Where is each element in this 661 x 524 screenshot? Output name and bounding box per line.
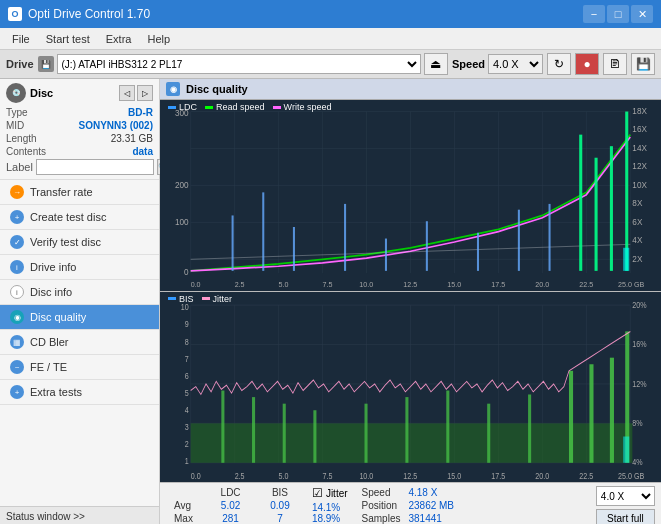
maximize-button[interactable]: □ <box>607 5 629 23</box>
jitter-section: ☑ Jitter 14.1% 18.9% <box>312 486 348 524</box>
disc-btn-2[interactable]: ▷ <box>137 85 153 101</box>
svg-rect-54 <box>623 248 629 271</box>
svg-rect-105 <box>446 390 449 462</box>
svg-rect-106 <box>487 403 490 462</box>
svg-text:14X: 14X <box>632 142 647 153</box>
menu-help[interactable]: Help <box>139 31 178 47</box>
chart2-svg: 10 9 8 7 6 5 4 3 2 1 20% 16% 12% 8% 4% <box>160 292 661 483</box>
disc-length-row: Length 23.31 GB <box>6 133 153 144</box>
main-content: ◉ Disc quality LDC Read speed <box>160 79 661 524</box>
ldc-col-header: LDC <box>203 486 258 499</box>
speed-stat-value: 4.18 X <box>404 486 458 499</box>
svg-text:12.5: 12.5 <box>403 280 417 290</box>
disc-btn-1[interactable]: ◁ <box>119 85 135 101</box>
chart1-legend: LDC Read speed Write speed <box>168 102 331 112</box>
sidebar-item-cd-bler[interactable]: ▦ CD Bler <box>0 330 159 355</box>
svg-text:6X: 6X <box>632 216 642 227</box>
svg-rect-44 <box>344 204 346 271</box>
ldc-legend-color <box>168 106 176 109</box>
max-ldc: 281 <box>203 512 258 524</box>
sidebar-item-extra-tests[interactable]: + Extra tests <box>0 380 159 405</box>
close-button[interactable]: ✕ <box>631 5 653 23</box>
max-row: Max 281 7 <box>166 512 302 524</box>
menu-extra[interactable]: Extra <box>98 31 140 47</box>
svg-rect-47 <box>477 233 479 271</box>
svg-text:10.0: 10.0 <box>359 280 373 290</box>
drive-label: Drive <box>6 58 34 70</box>
jitter-legend-color <box>202 297 210 300</box>
svg-text:2.5: 2.5 <box>235 280 245 290</box>
svg-text:0.0: 0.0 <box>191 470 201 480</box>
avg-jitter: 14.1% <box>312 502 348 513</box>
svg-text:4: 4 <box>185 405 189 415</box>
sidebar-item-fe-te[interactable]: ~ FE / TE <box>0 355 159 380</box>
svg-text:7.5: 7.5 <box>323 280 333 290</box>
sidebar-item-drive-info[interactable]: i Drive info <box>0 255 159 280</box>
svg-text:22.5: 22.5 <box>579 470 593 480</box>
svg-text:15.0: 15.0 <box>447 470 461 480</box>
svg-rect-42 <box>262 192 264 271</box>
stats-speed-select[interactable]: 4.0 X <box>596 486 655 506</box>
disc-mid-label: MID <box>6 120 24 131</box>
svg-text:20%: 20% <box>632 299 647 309</box>
minimize-button[interactable]: − <box>583 5 605 23</box>
jitter-checkbox[interactable]: ☑ <box>312 486 323 500</box>
verify-test-disc-label: Verify test disc <box>30 236 101 248</box>
action-buttons: 4.0 X Start full Start part <box>596 486 655 524</box>
svg-rect-46 <box>426 221 428 271</box>
svg-text:20.0: 20.0 <box>535 280 549 290</box>
drive-select[interactable]: (J:) ATAPI iHBS312 2 PL17 <box>57 54 421 74</box>
max-label: Max <box>166 512 203 524</box>
svg-text:8: 8 <box>185 336 189 346</box>
speed-stat-label: Speed <box>358 486 405 499</box>
svg-rect-41 <box>232 215 234 270</box>
sidebar-item-transfer-rate[interactable]: → Transfer rate <box>0 180 159 205</box>
sidebar-item-disc-info[interactable]: i Disc info <box>0 280 159 305</box>
toolbar-btn-1[interactable]: ↻ <box>547 53 571 75</box>
svg-text:20.0: 20.0 <box>535 470 549 480</box>
disc-length-label: Length <box>6 133 37 144</box>
eject-button[interactable]: ⏏ <box>424 53 448 75</box>
svg-rect-100 <box>252 397 255 463</box>
title-controls: − □ ✕ <box>583 5 653 23</box>
stats-table: LDC BIS Avg 5.02 0.09 Max 281 <box>166 486 302 524</box>
create-test-disc-label: Create test disc <box>30 211 106 223</box>
chart1-svg: 300 200 100 0 18X 16X 14X 12X 10X 8X 6X … <box>160 100 661 291</box>
svg-text:3: 3 <box>185 422 189 432</box>
avg-ldc: 5.02 <box>203 499 258 512</box>
sidebar-item-verify-test-disc[interactable]: ✓ Verify test disc <box>0 230 159 255</box>
speed-select[interactable]: 4.0 X <box>488 54 543 74</box>
label-input[interactable] <box>36 159 154 175</box>
disc-info-label: Disc info <box>30 286 72 298</box>
transfer-rate-icon: → <box>10 185 24 199</box>
menu-start-test[interactable]: Start test <box>38 31 98 47</box>
svg-rect-52 <box>610 146 613 271</box>
avg-label: Avg <box>166 499 203 512</box>
svg-rect-101 <box>283 403 286 462</box>
disc-quality-icon: ◉ <box>10 310 24 324</box>
disc-quality-label: Disc quality <box>30 311 86 323</box>
svg-text:10: 10 <box>181 302 189 312</box>
svg-text:5: 5 <box>185 387 189 397</box>
svg-rect-51 <box>595 158 598 271</box>
status-window[interactable]: Status window >> 100.0% Test completed 3… <box>0 506 159 524</box>
svg-text:15.0: 15.0 <box>447 280 461 290</box>
position-stat-value: 23862 MB <box>404 499 458 512</box>
menu-file[interactable]: File <box>4 31 38 47</box>
svg-text:10X: 10X <box>632 179 647 190</box>
disc-quality-header-icon: ◉ <box>166 82 180 96</box>
toolbar-btn-3[interactable]: 🖹 <box>603 53 627 75</box>
sidebar-item-create-test-disc[interactable]: + Create test disc <box>0 205 159 230</box>
toolbar-btn-2[interactable]: ● <box>575 53 599 75</box>
disc-mid-value: SONYNN3 (002) <box>79 120 153 131</box>
max-jitter: 18.9% <box>312 513 348 524</box>
svg-text:5.0: 5.0 <box>279 470 289 480</box>
toolbar-btn-4[interactable]: 💾 <box>631 53 655 75</box>
sidebar-item-disc-quality[interactable]: ◉ Disc quality <box>0 305 159 330</box>
position-stat-label: Position <box>358 499 405 512</box>
svg-text:1: 1 <box>185 456 189 466</box>
start-full-button[interactable]: Start full <box>596 509 655 524</box>
svg-text:8X: 8X <box>632 198 642 209</box>
stats-panel: LDC BIS Avg 5.02 0.09 Max 281 <box>160 482 661 524</box>
disc-panel-header: 💿 Disc ◁ ▷ <box>6 83 153 103</box>
